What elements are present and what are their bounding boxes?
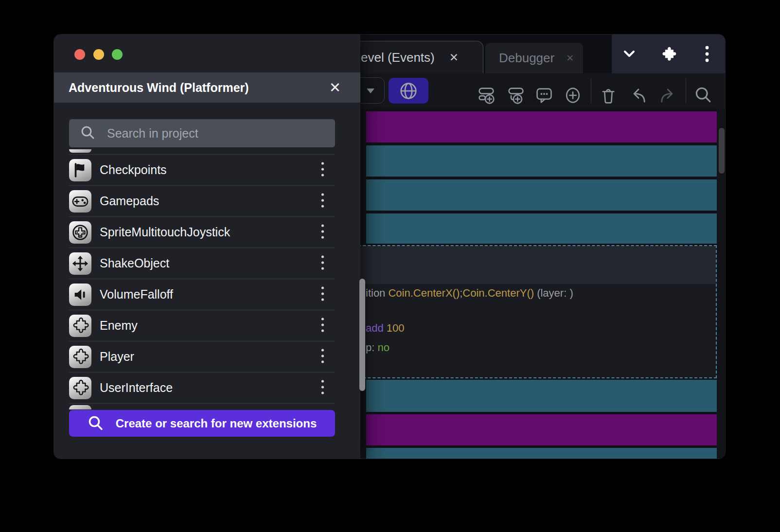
- item-menu-kebab-icon[interactable]: [321, 255, 324, 272]
- item-menu-kebab-icon[interactable]: [321, 286, 324, 303]
- puzzle-icon: [69, 315, 91, 337]
- event-row-teal[interactable]: [366, 213, 717, 244]
- extensions-list: CheckpointsGamepadsSpriteMultitouchJoyst…: [69, 154, 335, 404]
- events-scrollbar-thumb[interactable]: [719, 128, 725, 174]
- code-segment: Coin.CenterX(): [388, 287, 460, 299]
- tabbar-right-section: [612, 35, 726, 73]
- dropdown-arrow-icon: [367, 89, 374, 93]
- list-item[interactable]: Gamepads: [69, 185, 335, 216]
- event-action-text[interactable]: ition Coin.CenterX();Coin.CenterY() (lay…: [366, 287, 573, 300]
- list-item-label: VolumeFalloff: [100, 287, 335, 301]
- create-extension-button[interactable]: Create or search for new extensions: [69, 410, 335, 437]
- gdevelop-window: evel (Events) ✕ Debugger ✕: [53, 34, 726, 459]
- item-menu-kebab-icon[interactable]: [321, 348, 324, 366]
- project-manager-drawer: Adventurous Wind (Platformer) ✕ Search i…: [54, 35, 360, 459]
- event-action-text[interactable]: add 100: [366, 322, 405, 335]
- window-menu-kebab-icon[interactable]: [693, 35, 721, 73]
- code-segment: ition: [366, 287, 388, 299]
- event-action-text[interactable]: p: no: [366, 341, 390, 354]
- drawer-header: Adventurous Wind (Platformer) ✕: [54, 72, 360, 103]
- list-item[interactable]: UserInterface: [69, 372, 335, 403]
- list-item-label: ShakeObject: [100, 256, 335, 270]
- event-row-teal[interactable]: [366, 145, 717, 177]
- delete-button[interactable]: [597, 84, 620, 106]
- list-item[interactable]: SpriteMultitouchJoystick: [69, 216, 335, 248]
- item-menu-kebab-icon[interactable]: [321, 224, 324, 241]
- gamepad-icon: [69, 190, 91, 213]
- code-segment: add: [366, 322, 387, 334]
- globe-icon: [399, 81, 418, 101]
- list-item[interactable]: VolumeFalloff: [69, 279, 335, 310]
- add-circle-button[interactable]: [562, 84, 584, 106]
- toolbar-divider: [591, 78, 591, 104]
- item-menu-kebab-icon[interactable]: [321, 161, 324, 179]
- close-tab-icon[interactable]: ✕: [566, 53, 574, 64]
- event-conditions-area[interactable]: [310, 246, 716, 284]
- joystick-icon: [69, 221, 91, 244]
- project-title: Adventurous Wind (Platformer): [69, 81, 329, 95]
- search-icon: [80, 125, 96, 142]
- list-item[interactable]: ShakeObject: [69, 248, 335, 279]
- desktop-background: evel (Events) ✕ Debugger ✕: [0, 0, 780, 532]
- create-extension-label: Create or search for new extensions: [116, 417, 317, 430]
- list-item[interactable]: Player: [69, 341, 335, 372]
- redo-button[interactable]: [656, 84, 679, 106]
- event-row-purple[interactable]: [366, 111, 717, 142]
- drawer-scrollbar-thumb[interactable]: [359, 279, 365, 391]
- list-item-label: Enemy: [100, 319, 335, 333]
- flag-icon: [69, 159, 91, 181]
- event-row-teal[interactable]: [366, 380, 717, 412]
- close-drawer-icon[interactable]: ✕: [329, 79, 341, 96]
- item-menu-kebab-icon[interactable]: [321, 379, 324, 397]
- add-subevent-button[interactable]: [505, 84, 527, 106]
- list-item[interactable]: Checkpoints: [69, 154, 335, 185]
- chevron-down-icon[interactable]: [616, 35, 643, 73]
- item-menu-kebab-icon[interactable]: [321, 193, 324, 210]
- speaker-icon: [69, 284, 91, 306]
- extensions-puzzle-icon[interactable]: [655, 35, 682, 73]
- list-item-label: Checkpoints: [100, 163, 335, 177]
- undo-button[interactable]: [627, 84, 650, 106]
- list-item-label: Player: [100, 350, 335, 364]
- event-row-teal[interactable]: [366, 179, 717, 211]
- traffic-close-button[interactable]: [74, 49, 85, 60]
- move-icon: [69, 252, 91, 275]
- code-segment: p:: [366, 341, 377, 354]
- search-placeholder: Search in project: [107, 126, 198, 141]
- code-segment: (layer: ): [534, 287, 573, 299]
- list-item-label: SpriteMultitouchJoystick: [100, 225, 335, 239]
- code-segment: Coin.CenterY(): [462, 287, 534, 299]
- selected-event-block[interactable]: ition Coin.CenterX();Coin.CenterY() (lay…: [309, 245, 717, 378]
- add-event-button[interactable]: [475, 84, 497, 106]
- search-input[interactable]: Search in project: [69, 119, 335, 147]
- tab-level-events[interactable]: evel (Events) ✕: [345, 41, 483, 73]
- list-item[interactable]: Enemy: [69, 310, 335, 341]
- traffic-minimize-button[interactable]: [93, 49, 104, 60]
- list-item-label: UserInterface: [100, 381, 335, 395]
- partial-item-icon: [69, 149, 91, 153]
- tab-label: evel (Events): [361, 50, 435, 65]
- puzzle-icon: [69, 346, 91, 368]
- search-events-button[interactable]: [692, 84, 714, 106]
- event-row-teal[interactable]: [366, 448, 717, 459]
- add-comment-button[interactable]: [533, 84, 555, 106]
- event-row-purple[interactable]: [366, 414, 717, 445]
- puzzle-icon: [69, 377, 91, 399]
- partial-item-icon: [69, 405, 91, 409]
- traffic-zoom-button[interactable]: [112, 49, 123, 60]
- tab-debugger[interactable]: Debugger ✕: [485, 43, 583, 73]
- list-item-label: Gamepads: [100, 194, 335, 208]
- toolbar-divider: [686, 78, 686, 104]
- tab-label: Debugger: [499, 51, 554, 66]
- list-divider: [69, 403, 335, 404]
- code-segment: 100: [387, 322, 405, 334]
- code-segment: no: [377, 341, 389, 354]
- search-icon: [88, 415, 104, 432]
- item-menu-kebab-icon[interactable]: [321, 317, 324, 335]
- globe-toggle-button[interactable]: [389, 78, 428, 104]
- close-tab-icon[interactable]: ✕: [449, 51, 459, 64]
